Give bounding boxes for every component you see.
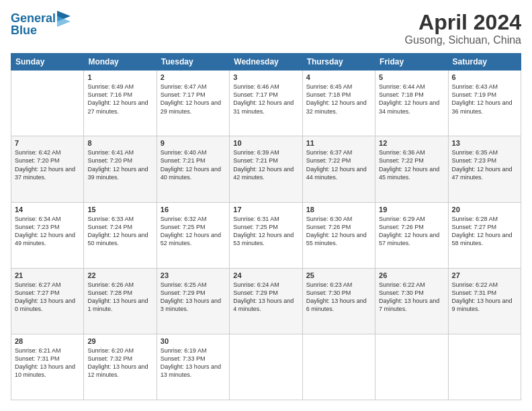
day-info: Sunrise: 6:49 AM Sunset: 7:16 PM Dayligh…	[87, 83, 152, 116]
col-saturday: Saturday	[448, 54, 521, 71]
day-info: Sunrise: 6:35 AM Sunset: 7:23 PM Dayligh…	[452, 148, 517, 181]
day-info: Sunrise: 6:39 AM Sunset: 7:21 PM Dayligh…	[233, 148, 298, 181]
page: General Blue April 2024 Gusong, Sichuan,…	[0, 0, 532, 411]
day-info: Sunrise: 6:19 AM Sunset: 7:33 PM Dayligh…	[161, 347, 226, 379]
logo: General Blue	[11, 11, 71, 38]
calendar-cell: 1Sunrise: 6:49 AM Sunset: 7:16 PM Daylig…	[84, 71, 157, 136]
calendar-cell: 23Sunrise: 6:25 AM Sunset: 7:29 PM Dayli…	[157, 268, 229, 334]
calendar-table: Sunday Monday Tuesday Wednesday Thursday…	[11, 53, 521, 400]
calendar-cell: 29Sunrise: 6:20 AM Sunset: 7:32 PM Dayli…	[84, 334, 157, 400]
calendar-cell: 30Sunrise: 6:19 AM Sunset: 7:33 PM Dayli…	[157, 334, 229, 400]
header: General Blue April 2024 Gusong, Sichuan,…	[11, 11, 521, 46]
day-number: 23	[161, 271, 226, 279]
calendar-cell: 12Sunrise: 6:36 AM Sunset: 7:22 PM Dayli…	[375, 136, 448, 202]
day-info: Sunrise: 6:24 AM Sunset: 7:29 PM Dayligh…	[233, 281, 298, 314]
day-number: 13	[452, 139, 517, 147]
calendar-cell: 21Sunrise: 6:27 AM Sunset: 7:27 PM Dayli…	[11, 268, 84, 334]
day-info: Sunrise: 6:45 AM Sunset: 7:18 PM Dayligh…	[306, 83, 371, 116]
day-info: Sunrise: 6:44 AM Sunset: 7:18 PM Dayligh…	[379, 83, 444, 116]
calendar-cell: 22Sunrise: 6:26 AM Sunset: 7:28 PM Dayli…	[84, 268, 157, 334]
day-info: Sunrise: 6:47 AM Sunset: 7:17 PM Dayligh…	[161, 83, 226, 116]
day-info: Sunrise: 6:28 AM Sunset: 7:27 PM Dayligh…	[452, 215, 517, 248]
day-number: 9	[161, 139, 226, 147]
page-title: April 2024	[405, 11, 521, 34]
day-info: Sunrise: 6:34 AM Sunset: 7:23 PM Dayligh…	[15, 215, 80, 248]
day-number: 29	[87, 337, 152, 345]
calendar-cell: 25Sunrise: 6:23 AM Sunset: 7:30 PM Dayli…	[302, 268, 375, 334]
day-info: Sunrise: 6:22 AM Sunset: 7:30 PM Dayligh…	[379, 281, 444, 314]
day-number: 24	[233, 271, 298, 279]
day-number: 1	[87, 73, 152, 81]
day-info: Sunrise: 6:43 AM Sunset: 7:19 PM Dayligh…	[452, 83, 517, 116]
day-number: 3	[233, 73, 298, 81]
calendar-cell: 20Sunrise: 6:28 AM Sunset: 7:27 PM Dayli…	[448, 202, 521, 268]
calendar-cell: 13Sunrise: 6:35 AM Sunset: 7:23 PM Dayli…	[448, 136, 521, 202]
day-info: Sunrise: 6:22 AM Sunset: 7:31 PM Dayligh…	[452, 281, 517, 314]
day-number: 16	[161, 205, 226, 214]
calendar-cell: 16Sunrise: 6:32 AM Sunset: 7:25 PM Dayli…	[157, 202, 229, 268]
col-monday: Monday	[84, 54, 157, 71]
calendar-cell: 6Sunrise: 6:43 AM Sunset: 7:19 PM Daylig…	[448, 71, 521, 136]
col-thursday: Thursday	[302, 54, 375, 71]
day-info: Sunrise: 6:30 AM Sunset: 7:26 PM Dayligh…	[306, 215, 371, 248]
calendar-cell: 2Sunrise: 6:47 AM Sunset: 7:17 PM Daylig…	[157, 71, 229, 136]
day-number: 7	[15, 139, 80, 147]
day-info: Sunrise: 6:20 AM Sunset: 7:32 PM Dayligh…	[87, 347, 152, 379]
calendar-cell: 10Sunrise: 6:39 AM Sunset: 7:21 PM Dayli…	[230, 136, 302, 202]
calendar-header-row: Sunday Monday Tuesday Wednesday Thursday…	[11, 54, 521, 71]
logo-icon	[57, 11, 71, 27]
day-number: 12	[379, 139, 444, 147]
calendar-cell: 17Sunrise: 6:31 AM Sunset: 7:25 PM Dayli…	[230, 202, 302, 268]
day-info: Sunrise: 6:27 AM Sunset: 7:27 PM Dayligh…	[15, 281, 80, 314]
calendar-cell: 14Sunrise: 6:34 AM Sunset: 7:23 PM Dayli…	[11, 202, 84, 268]
calendar-cell: 9Sunrise: 6:40 AM Sunset: 7:21 PM Daylig…	[157, 136, 229, 202]
day-number: 5	[379, 73, 444, 81]
day-info: Sunrise: 6:21 AM Sunset: 7:31 PM Dayligh…	[15, 347, 80, 379]
calendar-cell	[230, 334, 302, 400]
day-number: 2	[161, 73, 226, 81]
calendar-cell	[302, 334, 375, 400]
calendar-cell: 7Sunrise: 6:42 AM Sunset: 7:20 PM Daylig…	[11, 136, 84, 202]
calendar-cell: 24Sunrise: 6:24 AM Sunset: 7:29 PM Dayli…	[230, 268, 302, 334]
calendar-cell: 11Sunrise: 6:37 AM Sunset: 7:22 PM Dayli…	[302, 136, 375, 202]
title-section: April 2024 Gusong, Sichuan, China	[405, 11, 521, 46]
calendar-cell: 8Sunrise: 6:41 AM Sunset: 7:20 PM Daylig…	[84, 136, 157, 202]
day-number: 30	[161, 337, 226, 345]
calendar-cell: 5Sunrise: 6:44 AM Sunset: 7:18 PM Daylig…	[375, 71, 448, 136]
day-info: Sunrise: 6:33 AM Sunset: 7:24 PM Dayligh…	[87, 215, 152, 248]
day-number: 8	[87, 139, 152, 147]
day-number: 25	[306, 271, 371, 279]
day-number: 22	[87, 271, 152, 279]
day-number: 15	[87, 205, 152, 214]
day-number: 20	[452, 205, 517, 214]
day-number: 11	[306, 139, 371, 147]
calendar-cell	[375, 334, 448, 400]
calendar-week-2: 7Sunrise: 6:42 AM Sunset: 7:20 PM Daylig…	[11, 136, 521, 202]
day-info: Sunrise: 6:29 AM Sunset: 7:26 PM Dayligh…	[379, 215, 444, 248]
day-number: 17	[233, 205, 298, 214]
calendar-week-1: 1Sunrise: 6:49 AM Sunset: 7:16 PM Daylig…	[11, 71, 521, 136]
calendar-cell: 26Sunrise: 6:22 AM Sunset: 7:30 PM Dayli…	[375, 268, 448, 334]
day-number: 6	[452, 73, 517, 81]
day-info: Sunrise: 6:36 AM Sunset: 7:22 PM Dayligh…	[379, 148, 444, 181]
calendar-cell: 18Sunrise: 6:30 AM Sunset: 7:26 PM Dayli…	[302, 202, 375, 268]
day-number: 26	[379, 271, 444, 279]
calendar-cell: 19Sunrise: 6:29 AM Sunset: 7:26 PM Dayli…	[375, 202, 448, 268]
day-info: Sunrise: 6:26 AM Sunset: 7:28 PM Dayligh…	[87, 281, 152, 314]
day-number: 14	[15, 205, 80, 214]
calendar-week-3: 14Sunrise: 6:34 AM Sunset: 7:23 PM Dayli…	[11, 202, 521, 268]
day-number: 4	[306, 73, 371, 81]
col-sunday: Sunday	[11, 54, 84, 71]
day-number: 28	[15, 337, 80, 345]
calendar-cell	[11, 71, 84, 136]
day-number: 19	[379, 205, 444, 214]
day-number: 27	[452, 271, 517, 279]
day-info: Sunrise: 6:31 AM Sunset: 7:25 PM Dayligh…	[233, 215, 298, 248]
day-info: Sunrise: 6:23 AM Sunset: 7:30 PM Dayligh…	[306, 281, 371, 314]
col-wednesday: Wednesday	[230, 54, 302, 71]
day-info: Sunrise: 6:46 AM Sunset: 7:17 PM Dayligh…	[233, 83, 298, 116]
day-info: Sunrise: 6:42 AM Sunset: 7:20 PM Dayligh…	[15, 148, 80, 181]
day-info: Sunrise: 6:32 AM Sunset: 7:25 PM Dayligh…	[161, 215, 226, 248]
calendar-cell: 28Sunrise: 6:21 AM Sunset: 7:31 PM Dayli…	[11, 334, 84, 400]
page-subtitle: Gusong, Sichuan, China	[405, 34, 521, 46]
